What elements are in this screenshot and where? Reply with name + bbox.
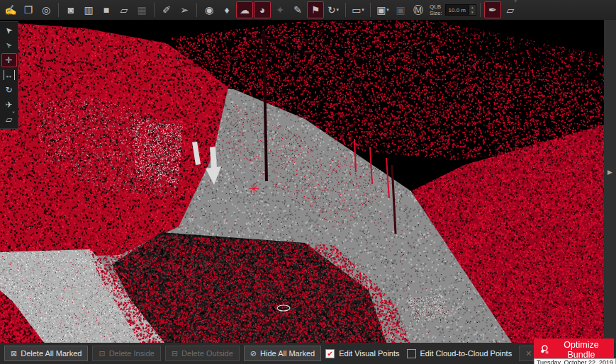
select-points-cursor[interactable]: ➢	[1, 38, 17, 52]
zoom-window-icon: ◎	[42, 2, 50, 18]
panel-expander-button[interactable]: ▶	[605, 166, 615, 178]
target-marker-icon: ◉	[205, 2, 213, 18]
fly-mode-icon: ✈	[5, 100, 12, 110]
select-cursor[interactable]: ➤	[1, 23, 17, 38]
qlb-decrement-button[interactable]: ▾	[469, 10, 476, 15]
annotate-tool[interactable]: ✍	[2, 1, 19, 18]
edit-options-group: ✔Edit Visual PointsEdit Cloud-to-Cloud P…	[325, 346, 566, 361]
app-window: ✍❐◎◙▥■▱▦✐➢◉♦☁◕✦✎⚑↻▾▭▾▣▾▣ⓂQLBSize:10.0 m▴…	[0, 0, 616, 364]
hide-all-marked-label: Hide All Marked	[260, 349, 315, 358]
target-marker[interactable]: ◉	[201, 1, 218, 18]
left-toolbar: ➤➢✛↔↻✈▱ˇ	[0, 21, 18, 129]
eraser-tool-icon: ▱	[506, 2, 514, 18]
optimize-bundle-label: Optimize Bundle	[554, 340, 608, 360]
viewport: ➤➢✛↔↻✈▱ˇ	[0, 20, 604, 343]
select-points-cursor-icon: ➢	[2, 38, 16, 52]
selection-marquee[interactable]: ▭▾	[349, 1, 366, 18]
solid-view-icon: ■	[103, 2, 109, 18]
edit-visual-points-checkbox[interactable]: ✔Edit Visual Points	[325, 349, 399, 358]
zoom-window[interactable]: ◎	[38, 1, 55, 18]
delete-outside-icon: ⊟	[172, 349, 178, 358]
solid-view[interactable]: ■	[98, 1, 115, 18]
chevron-right-icon: ▶	[607, 169, 612, 176]
qlb-size-input[interactable]: 10.0 m▴▾	[445, 4, 476, 16]
close-icon: ✕	[525, 349, 532, 358]
eraser-tool[interactable]: ▱ˇ	[502, 1, 519, 18]
tag-labels[interactable]: ♦	[218, 1, 235, 18]
delete-all-marked-label: Delete All Marked	[21, 349, 82, 358]
caret-top-icon: ˇ	[13, 111, 15, 118]
panorama-view[interactable]: ▱	[116, 1, 133, 18]
checkbox-checked-icon: ✔	[325, 349, 335, 358]
qlb-label-line2: Size:	[430, 10, 442, 16]
fly-mode[interactable]: ✈	[1, 98, 17, 112]
optimize-bundle-button[interactable]: ✳ Optimize Bundle	[534, 339, 614, 360]
measure-tool[interactable]: ✐	[158, 1, 175, 18]
toolbar-separator	[345, 3, 346, 17]
hide-all-marked-button[interactable]: ⊘Hide All Marked	[244, 346, 321, 361]
pan-tool[interactable]: ✛	[1, 53, 17, 67]
delete-inside-icon: ⊡	[99, 349, 105, 358]
bottom-bar: ⊠Delete All Marked⊡Delete Inside⊟Delete …	[0, 343, 616, 364]
photo-view[interactable]: ◙	[62, 1, 79, 18]
sketch-measure-icon: ✎	[293, 2, 302, 18]
point-cloud-viewport[interactable]	[0, 20, 604, 343]
measure-distance[interactable]: ↔	[1, 68, 17, 82]
toolbar-separator	[196, 3, 197, 17]
qlb-label-line1: QLB	[430, 4, 442, 10]
location-pin-icon: ⚑	[311, 2, 320, 18]
toolbar-separator	[154, 3, 155, 17]
delete-outside-label: Delete Outside	[181, 349, 233, 358]
top-toolbar: ✍❐◎◙▥■▱▦✐➢◉♦☁◕✦✎⚑↻▾▭▾▣▾▣ⓂQLBSize:10.0 m▴…	[0, 0, 616, 20]
qlb-size-label: QLBSize:	[430, 4, 442, 16]
limit-box-manual-icon: Ⓜ	[413, 2, 423, 18]
qlb-increment-button[interactable]: ▴	[469, 5, 476, 10]
toolbar-separator	[480, 3, 481, 17]
point-picker-icon: ➢	[180, 2, 189, 18]
limit-box-icon: ▣	[376, 2, 386, 18]
orbit-person[interactable]: ↻	[1, 83, 17, 97]
pan-tool-icon: ✛	[5, 55, 12, 65]
selection-marquee-icon: ▭	[352, 2, 361, 18]
split-view[interactable]: ▥	[80, 1, 97, 18]
toolbar-separator	[370, 3, 371, 17]
cascade-windows-icon: ❐	[24, 2, 33, 18]
delete-outside-button[interactable]: ⊟Delete Outside	[165, 346, 240, 361]
date-tooltip: Tuesday, October 22, 2019	[534, 358, 616, 364]
delete-inside-button[interactable]: ⊡Delete Inside	[92, 346, 160, 361]
delete-all-marked-button[interactable]: ⊠Delete All Marked	[4, 346, 88, 361]
panorama-view-icon: ▱	[121, 2, 128, 18]
wireframe-view[interactable]: ✦	[271, 1, 289, 18]
orbit-person-icon: ↻	[5, 85, 12, 95]
qlb-size-field: QLBSize:10.0 m▴▾	[430, 4, 476, 16]
delete-all-marked-icon: ⊠	[11, 349, 17, 358]
split-view-icon: ▥	[84, 2, 93, 18]
limit-box[interactable]: ▣▾	[374, 1, 391, 18]
chevron-down-icon: ▾	[337, 2, 340, 18]
limit-box-secondary-icon: ▣	[396, 2, 405, 18]
point-picker[interactable]: ➢	[176, 1, 193, 18]
limit-box-secondary[interactable]: ▣	[392, 1, 409, 18]
point-cloud-toggle[interactable]: ☁	[236, 1, 253, 18]
point-cloud-toggle-icon: ☁	[240, 2, 250, 18]
location-pin[interactable]: ⚑	[307, 1, 324, 18]
annotate-tool-icon: ✍	[4, 2, 16, 18]
clip-box[interactable]: ▱ˇ	[1, 113, 17, 127]
measure-distance-icon: ↔	[4, 70, 15, 80]
qlb-steppers: ▴▾	[469, 5, 476, 15]
paint-select-brush[interactable]: ✒	[484, 1, 501, 18]
tag-labels-icon: ♦	[224, 2, 229, 18]
chevron-down-icon: ▾	[386, 2, 389, 18]
toolbar-separator	[58, 3, 59, 17]
edit-cloud-to-cloud-checkbox[interactable]: Edit Cloud-to-Cloud Points	[407, 349, 513, 358]
cascade-windows[interactable]: ❐	[20, 1, 37, 18]
orbit-angle[interactable]: ↻▾	[325, 1, 342, 18]
image-gallery[interactable]: ▦	[133, 1, 150, 18]
edit-cloud-to-cloud-checkbox-label: Edit Cloud-to-Cloud Points	[420, 349, 513, 358]
photo-view-icon: ◙	[68, 2, 74, 18]
sketch-measure[interactable]: ✎	[289, 1, 306, 18]
delete-inside-label: Delete Inside	[109, 349, 155, 358]
limit-box-manual[interactable]: Ⓜ	[410, 1, 427, 18]
contrast-display-icon: ◕	[259, 2, 265, 18]
contrast-display[interactable]: ◕	[254, 1, 271, 18]
